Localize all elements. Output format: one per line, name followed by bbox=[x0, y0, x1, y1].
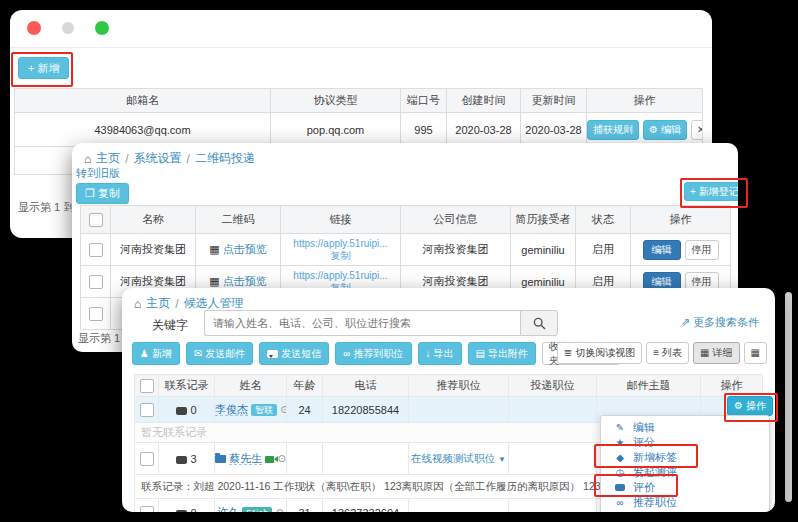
expand-icon: ⇗ bbox=[681, 317, 690, 328]
pencil-icon: ✎ bbox=[614, 423, 626, 433]
gear-icon: ⚙ bbox=[649, 125, 658, 135]
menu-item-add-tag[interactable]: ◆ 新增标签 bbox=[601, 450, 769, 465]
send-mail-button[interactable]: ✉ 发送邮件 bbox=[186, 342, 253, 365]
candidate-name-link[interactable]: 许久 bbox=[217, 506, 239, 512]
candidate-toolbar: ♟ 新增 ✉ 发送邮件 发送短信 ∞ 推荐到职位 ↓ 导出 ▤ 导出附件 bbox=[132, 342, 620, 365]
apply-url-link[interactable]: https://apply.51ruipi... bbox=[293, 270, 387, 281]
email-table-row: 43984063@qq.com pop.qq.com 995 2020-03-2… bbox=[15, 113, 703, 147]
row-checkbox[interactable] bbox=[140, 452, 154, 466]
qr-col-receiver: 简历接受者 bbox=[511, 206, 576, 234]
tag-icon: ◆ bbox=[614, 453, 626, 463]
copy-url-link[interactable]: 复制 bbox=[331, 250, 351, 261]
qr-table-row: 河南投资集团 ▦ 点击预览 https://apply.51ruipi... 复… bbox=[81, 234, 731, 266]
edit-mailbox-button[interactable]: ⚙ 编辑 bbox=[643, 120, 687, 140]
clock-icon: ◷ bbox=[614, 468, 626, 478]
capture-rules-button[interactable]: 捕获规则 bbox=[587, 120, 639, 140]
delete-mailbox-button[interactable]: ✕ 删除 bbox=[691, 120, 703, 140]
detail-view-button[interactable]: ▦ 详细 bbox=[693, 342, 739, 364]
cand-col-actions: 操作 bbox=[701, 375, 763, 397]
add-registration-form-button[interactable]: + 新增登记表 bbox=[684, 182, 738, 201]
add-candidate-button[interactable]: ♟ 新增 bbox=[132, 342, 180, 365]
eye-icon[interactable]: ⊙ bbox=[277, 454, 285, 464]
window-candidate-management: ⌂ 主页/ 候选人管理 关键字 ⇗ 更多搜索条件 ♟ 新增 ✉ 发送邮件 bbox=[122, 288, 775, 512]
cand-col-contact: 联系记录 bbox=[159, 375, 215, 397]
video-icon bbox=[265, 456, 274, 463]
menu-item-score[interactable]: ★ 评分 bbox=[601, 435, 769, 450]
row-checkbox[interactable] bbox=[89, 275, 103, 289]
port-value: 995 bbox=[401, 113, 447, 147]
created-value: 2020-03-28 bbox=[447, 113, 521, 147]
maximize-window-light[interactable] bbox=[95, 21, 109, 35]
add-mailbox-button[interactable]: + 新增 bbox=[18, 57, 69, 79]
row-actions-button[interactable]: ⚙ 操作 bbox=[727, 396, 773, 416]
chat-bubble-icon bbox=[176, 407, 187, 415]
disable-qr-button[interactable]: 停用 bbox=[685, 240, 719, 260]
send-sms-button[interactable]: 发送短信 bbox=[259, 342, 329, 365]
chain-icon: ∞ bbox=[343, 349, 350, 359]
row-checkbox[interactable] bbox=[140, 403, 154, 417]
row-checkbox[interactable] bbox=[89, 307, 103, 321]
menu-item-comment[interactable]: 评价 bbox=[601, 480, 769, 495]
candidate-name-link[interactable]: 李俊杰 bbox=[215, 403, 248, 416]
qr-icon: ▦ bbox=[209, 244, 219, 255]
menu-item-recommend-job[interactable]: ∞ 推荐职位 bbox=[601, 495, 769, 510]
person-icon: ♟ bbox=[140, 349, 149, 359]
updated-value: 2020-03-28 bbox=[521, 113, 587, 147]
plus-icon: + bbox=[690, 187, 696, 197]
search-icon bbox=[533, 317, 546, 330]
breadcrumb-home[interactable]: 主页 bbox=[146, 295, 170, 312]
apply-url-link[interactable]: https://apply.51ruipi... bbox=[293, 238, 387, 249]
close-window-light[interactable] bbox=[27, 21, 41, 35]
plus-icon: + bbox=[28, 63, 34, 74]
detail-view-icon: ▦ bbox=[700, 348, 709, 358]
menu-item-start-assessment[interactable]: ◷ 发起测评 bbox=[601, 465, 769, 480]
recommend-to-job-button[interactable]: ∞ 推荐到职位 bbox=[335, 342, 411, 365]
mail-icon: ✉ bbox=[194, 349, 202, 359]
menu-item-add-file[interactable]: ▤ 新增档案 bbox=[601, 510, 769, 512]
toggle-reading-view-button[interactable]: ≣ 切换阅读视图 bbox=[557, 342, 642, 364]
old-version-link[interactable]: 转到旧版 bbox=[76, 166, 120, 181]
breadcrumb-system-settings[interactable]: 系统设置 bbox=[134, 150, 182, 167]
trash-icon: ✕ bbox=[697, 125, 703, 135]
select-all-checkbox[interactable] bbox=[89, 213, 103, 227]
grid-view-icon: ▦ bbox=[751, 348, 760, 358]
qr-preview-link[interactable]: 点击预览 bbox=[223, 275, 267, 287]
qr-icon: ▦ bbox=[209, 276, 219, 287]
email-col-created: 创建时间 bbox=[447, 89, 521, 113]
select-all-checkbox[interactable] bbox=[140, 379, 154, 393]
edit-qr-button[interactable]: 编辑 bbox=[643, 240, 681, 260]
minimize-window-light[interactable] bbox=[62, 22, 74, 34]
row-checkbox[interactable] bbox=[140, 506, 154, 512]
search-button[interactable] bbox=[520, 310, 558, 336]
page-scrollbar[interactable] bbox=[785, 292, 792, 502]
screenshot-frame: + 新增 邮箱名 协议类型 端口号 创建时间 更新时间 操作 43984063@… bbox=[0, 0, 798, 522]
add-mailbox-label: 新增 bbox=[37, 63, 59, 74]
more-filters-link[interactable]: ⇗ 更多搜索条件 bbox=[681, 315, 759, 330]
row-checkbox[interactable] bbox=[89, 243, 103, 257]
view-toggle-group: ≣ 切换阅读视图 ≡ 列表 ▦ 详细 ▦ bbox=[557, 342, 767, 364]
grid-view-button[interactable]: ▦ bbox=[744, 342, 767, 364]
row-actions-menu: ✎ 编辑 ★ 评分 ◆ 新增标签 ◷ 发起测评 评价 ∞ 推荐职位 bbox=[600, 415, 770, 512]
source-badge: 智联 bbox=[251, 404, 277, 416]
chat-bubble-icon bbox=[176, 456, 187, 464]
eye-icon[interactable]: ⊙ bbox=[280, 405, 286, 415]
qr-col-company: 公司信息 bbox=[401, 206, 511, 234]
keyword-search-input[interactable] bbox=[204, 310, 520, 336]
cand-col-applied: 投递职位 bbox=[509, 375, 597, 397]
breadcrumb-qr-page[interactable]: 二维码投递 bbox=[195, 150, 255, 167]
menu-item-edit[interactable]: ✎ 编辑 bbox=[601, 420, 769, 435]
breadcrumb-home[interactable]: 主页 bbox=[96, 150, 120, 167]
qr-preview-link[interactable]: 点击预览 bbox=[223, 243, 267, 255]
candidate-name-link[interactable]: 蔡先生 bbox=[229, 452, 262, 465]
chain-icon: ∞ bbox=[614, 498, 626, 508]
eye-icon[interactable]: ⊙ bbox=[275, 508, 283, 512]
copy-button[interactable]: ❐ 复制 bbox=[76, 183, 129, 204]
list-view-button[interactable]: ≡ 列表 bbox=[646, 342, 689, 364]
export-attachments-button[interactable]: ▤ 导出附件 bbox=[468, 342, 536, 365]
export-button[interactable]: ↓ 导出 bbox=[418, 342, 462, 365]
caret-down-icon: ▼ bbox=[498, 455, 506, 464]
recommended-job-link[interactable]: 在线视频测试职位 ▼ bbox=[411, 452, 506, 464]
email-col-protocol: 协议类型 bbox=[271, 89, 401, 113]
qr-col-status: 状态 bbox=[576, 206, 631, 234]
list-view-icon: ≡ bbox=[653, 348, 659, 358]
